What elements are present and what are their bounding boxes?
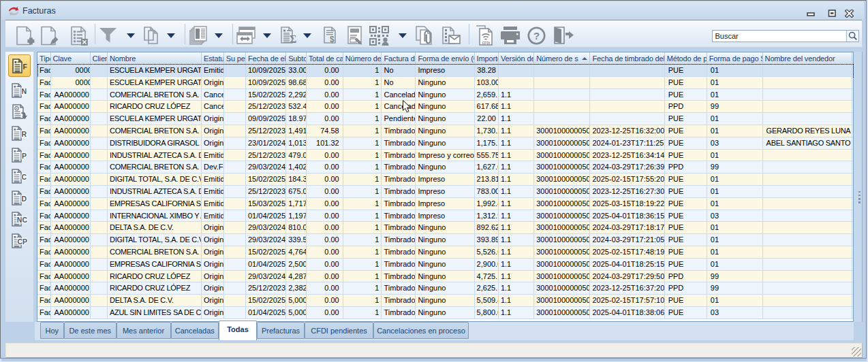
svg-text:$: $	[330, 35, 335, 44]
svg-text:C: C	[21, 173, 27, 181]
svg-text:CFDI: CFDI	[482, 41, 491, 45]
svg-text:CP: CP	[17, 237, 27, 246]
svg-text:F: F	[23, 63, 28, 71]
svg-text:Σ: Σ	[290, 33, 296, 45]
svg-text:R: R	[21, 130, 27, 138]
svg-text:P: P	[22, 152, 27, 160]
svg-text:D: D	[21, 195, 27, 203]
svg-text:N: N	[21, 87, 27, 95]
svg-text:?: ?	[533, 30, 540, 42]
svg-text:NC: NC	[17, 216, 28, 224]
